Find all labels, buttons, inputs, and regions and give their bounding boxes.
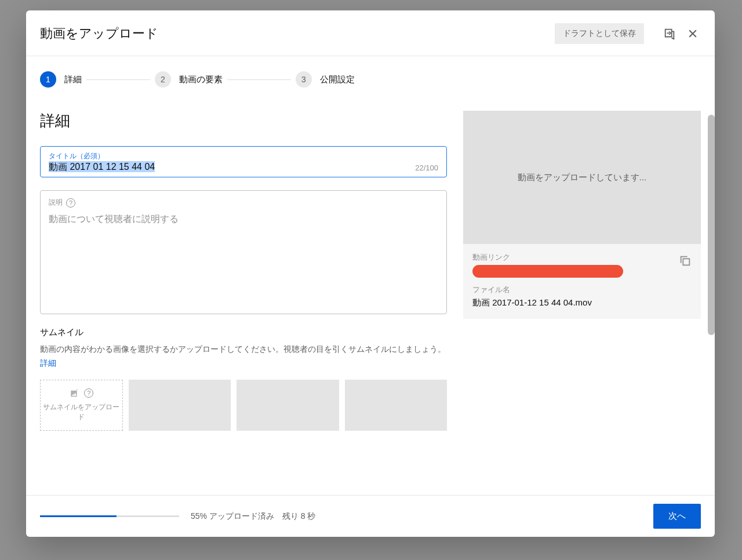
title-char-count: 22/100 xyxy=(415,163,438,172)
step-details[interactable]: 1 詳細 xyxy=(40,71,82,88)
close-icon[interactable] xyxy=(685,26,701,42)
upload-progress-fill xyxy=(40,515,117,517)
step-label-2: 動画の要素 xyxy=(179,74,223,85)
upload-progress-bar xyxy=(40,515,179,517)
dialog-footer: 55% アップロード済み 残り 8 秒 次へ xyxy=(26,495,715,537)
svg-rect-0 xyxy=(683,259,689,265)
copy-icon[interactable] xyxy=(679,254,692,270)
description-label: 説明 ? xyxy=(49,198,438,208)
help-icon[interactable]: ? xyxy=(84,388,93,398)
step-circle-1: 1 xyxy=(40,71,56,88)
description-placeholder: 動画について視聴者に説明する xyxy=(49,213,438,226)
thumbnail-description: 動画の内容がわかる画像を選択するかアップロードしてください。視聴者の目を引くサム… xyxy=(40,343,447,370)
file-name-row: ファイル名 動画 2017-01-12 15 44 04.mov xyxy=(472,285,692,308)
step-line xyxy=(86,79,150,80)
thumbnail-desc-text: 動画の内容がわかる画像を選択するかアップロードしてください。視聴者の目を引くサム… xyxy=(40,344,446,354)
step-elements[interactable]: 2 動画の要素 xyxy=(155,71,223,88)
thumbnail-upload-button[interactable]: ? サムネイルをアップロード xyxy=(40,380,123,431)
video-link-redacted xyxy=(472,265,623,278)
upload-progress-text: 55% アップロード済み 残り 8 秒 xyxy=(191,511,315,522)
upload-dialog: 動画をアップロード ドラフトとして保存 1 詳細 2 動画の要素 3 公開設定 … xyxy=(26,10,715,537)
stepper: 1 詳細 2 動画の要素 3 公開設定 xyxy=(26,56,715,93)
title-input[interactable]: 動画 2017 01 12 15 44 04 xyxy=(49,161,155,172)
video-preview: 動画をアップロードしています... xyxy=(463,111,701,244)
thumbnail-row: ? サムネイルをアップロード xyxy=(40,380,447,431)
dialog-content: 詳細 タイトル（必須） 動画 2017 01 12 15 44 04 22/10… xyxy=(26,93,715,495)
thumbnail-heading: サムネイル xyxy=(40,327,447,338)
dialog-title: 動画をアップロード xyxy=(40,25,555,42)
help-icon[interactable]: ? xyxy=(66,198,75,208)
thumbnail-slot-2[interactable] xyxy=(237,380,339,431)
thumbnail-upload-label: サムネイルをアップロード xyxy=(41,402,122,422)
step-circle-2: 2 xyxy=(155,71,171,88)
thumbnail-learn-more-link[interactable]: 詳細 xyxy=(40,358,56,368)
title-label: タイトル（必須） xyxy=(49,151,438,161)
title-field[interactable]: タイトル（必須） 動画 2017 01 12 15 44 04 22/100 xyxy=(40,146,447,177)
add-image-icon xyxy=(69,388,81,399)
thumbnail-slot-3[interactable] xyxy=(345,380,447,431)
section-heading: 詳細 xyxy=(40,111,447,131)
dialog-header: 動画をアップロード ドラフトとして保存 xyxy=(26,10,715,56)
save-draft-button[interactable]: ドラフトとして保存 xyxy=(555,23,644,44)
description-field[interactable]: 説明 ? 動画について視聴者に説明する xyxy=(40,190,447,314)
video-link-row: 動画リンク xyxy=(472,252,692,278)
feedback-icon[interactable] xyxy=(661,26,678,42)
file-name-label: ファイル名 xyxy=(472,285,692,295)
uploading-text: 動画をアップロードしています... xyxy=(518,172,647,183)
left-column: 詳細 タイトル（必須） 動画 2017 01 12 15 44 04 22/10… xyxy=(40,111,447,483)
step-circle-3: 3 xyxy=(296,71,312,88)
thumbnail-upload-icons: ? xyxy=(69,388,93,399)
thumbnail-slot-1[interactable] xyxy=(129,380,231,431)
right-column: 動画をアップロードしています... 動画リンク ファイル名 動画 2017-01… xyxy=(463,111,701,483)
video-info-panel: 動画リンク ファイル名 動画 2017-01-12 15 44 04.mov xyxy=(463,244,701,319)
step-label-1: 詳細 xyxy=(64,74,82,85)
scrollbar-thumb[interactable] xyxy=(708,115,715,335)
step-visibility[interactable]: 3 公開設定 xyxy=(296,71,355,88)
description-label-text: 説明 xyxy=(49,198,63,208)
video-link-label: 動画リンク xyxy=(472,252,692,263)
step-label-3: 公開設定 xyxy=(320,74,355,85)
file-name-value: 動画 2017-01-12 15 44 04.mov xyxy=(472,297,692,308)
step-line xyxy=(227,79,291,80)
next-button[interactable]: 次へ xyxy=(653,504,701,529)
